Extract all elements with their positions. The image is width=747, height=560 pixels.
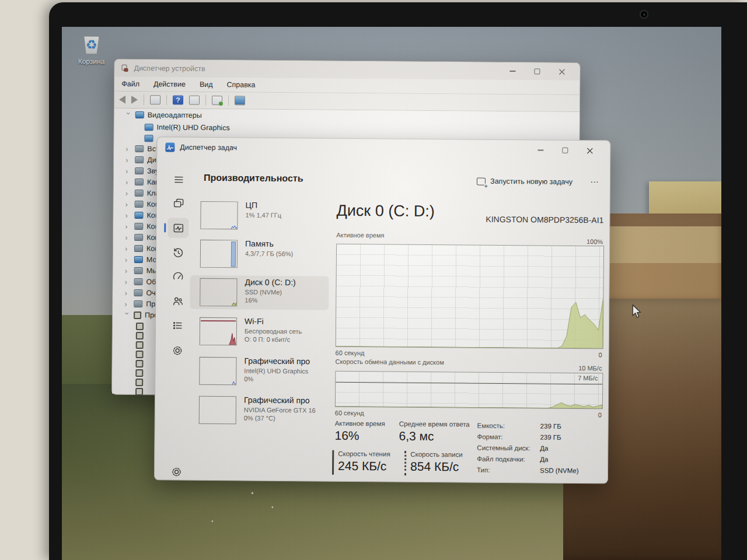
maximize-button[interactable] bbox=[525, 64, 549, 79]
close-button[interactable] bbox=[549, 64, 574, 79]
memory-mini-chart bbox=[200, 240, 238, 268]
webcam bbox=[640, 10, 648, 19]
minimize-button[interactable] bbox=[500, 64, 525, 79]
tree-node[interactable]: ›Оче bbox=[124, 288, 159, 298]
menu-action[interactable]: Действие bbox=[153, 80, 186, 88]
tab-performance[interactable] bbox=[167, 218, 189, 237]
update-driver-icon[interactable] bbox=[235, 96, 245, 105]
tree-node-cpu[interactable] bbox=[135, 386, 143, 397]
processor-icon bbox=[136, 323, 144, 330]
processor-icon bbox=[134, 311, 141, 318]
chevron-right-icon[interactable]: › bbox=[125, 166, 131, 175]
disk-mini-chart bbox=[200, 278, 237, 307]
stat-response-time-label: Среднее время ответа bbox=[399, 421, 470, 428]
chevron-down-icon[interactable]: › bbox=[124, 112, 133, 118]
detail-capacity-value: 239 ГБ bbox=[540, 422, 561, 429]
perf-item-wifi[interactable]: Wi-Fi Беспроводная сеть О: 0 П: 0 кбит/с bbox=[190, 314, 329, 349]
chevron-right-icon[interactable]: › bbox=[125, 188, 131, 197]
hamburger-menu-icon[interactable] bbox=[168, 169, 189, 189]
settings-gear-icon[interactable] bbox=[166, 461, 187, 481]
chevron-right-icon[interactable]: › bbox=[125, 155, 131, 164]
tree-node-video-adapters[interactable]: › Видеоадаптеры bbox=[126, 110, 202, 121]
chevron-right-icon[interactable]: › bbox=[124, 288, 130, 297]
chevron-right-icon[interactable]: › bbox=[124, 299, 130, 308]
processor-icon bbox=[135, 360, 143, 368]
device-category-icon bbox=[134, 256, 143, 263]
perf-item-gpu0[interactable]: Графический про Intel(R) UHD Graphics 0% bbox=[189, 354, 328, 389]
tab-services[interactable] bbox=[167, 340, 188, 360]
tree-node[interactable]: ›Мы bbox=[125, 265, 158, 276]
tree-node-intel-gpu[interactable]: Intel(R) UHD Graphics bbox=[145, 122, 230, 133]
tree-node-processors[interactable]: ›Про bbox=[124, 310, 158, 320]
page-title: Производительность bbox=[204, 173, 303, 184]
device-category-icon bbox=[134, 245, 143, 252]
write-speed-legend-bar bbox=[404, 451, 406, 475]
tab-users[interactable] bbox=[167, 290, 188, 310]
perf-item-gpu1[interactable]: Графический про NVIDIA GeForce GTX 16 0%… bbox=[189, 393, 328, 428]
gpu1-mini-chart bbox=[199, 396, 236, 425]
chevron-right-icon[interactable]: › bbox=[125, 244, 131, 253]
task-manager-title: Диспетчер задач bbox=[180, 144, 237, 152]
detail-type-value: SSD (NVMe) bbox=[540, 467, 579, 474]
tree-node-gpu2[interactable] bbox=[144, 133, 153, 144]
tree-node[interactable]: ›Дис bbox=[125, 155, 160, 165]
run-new-task-button[interactable]: Запустить новую задачу bbox=[477, 177, 573, 186]
perf-item-disk[interactable]: Диск 0 (C: D:) SSD (NVMe) 16% bbox=[190, 275, 329, 310]
disk-active-time-chart bbox=[336, 244, 604, 349]
tree-node[interactable]: ›Кон bbox=[125, 243, 159, 254]
device-category-icon bbox=[135, 156, 144, 163]
menu-help[interactable]: Справка bbox=[226, 80, 255, 89]
recycle-bin-shortcut[interactable]: ♻ Корзина bbox=[69, 33, 113, 66]
tree-node[interactable]: ›Кам bbox=[125, 177, 160, 187]
tree-node[interactable]: ›Кон bbox=[125, 232, 159, 243]
chevron-right-icon[interactable]: › bbox=[125, 200, 131, 208]
cpu-mini-chart bbox=[200, 201, 238, 230]
chevron-right-icon[interactable]: › bbox=[125, 277, 131, 286]
more-options-button[interactable]: … bbox=[590, 174, 599, 184]
scan-hardware-changes-icon[interactable] bbox=[212, 96, 222, 105]
chevron-right-icon[interactable]: › bbox=[125, 144, 131, 153]
tree-node[interactable]: ›Ком bbox=[125, 199, 160, 209]
forward-arrow-icon[interactable] bbox=[131, 96, 138, 104]
help-icon[interactable]: ? bbox=[173, 95, 183, 104]
tree-node[interactable]: ›Зву bbox=[125, 166, 159, 176]
tree-node[interactable]: ›Ком bbox=[125, 210, 160, 220]
tree-node[interactable]: ›Кла bbox=[125, 188, 160, 198]
processor-icon bbox=[136, 332, 144, 340]
back-arrow-icon[interactable] bbox=[119, 96, 125, 104]
chevron-right-icon[interactable]: › bbox=[125, 255, 131, 264]
chart1-ymax: 100% bbox=[587, 238, 603, 245]
device-category-icon bbox=[134, 289, 142, 296]
tab-processes[interactable] bbox=[167, 193, 189, 213]
menu-file[interactable]: Файл bbox=[121, 80, 139, 88]
chevron-right-icon[interactable]: › bbox=[125, 222, 131, 230]
device-category-icon bbox=[135, 201, 144, 208]
chevron-right-icon[interactable]: › bbox=[125, 233, 131, 242]
stat-write-speed-value: 854 КБ/с bbox=[410, 460, 459, 474]
disk-panel-title: Диск 0 (C: D:) bbox=[336, 202, 434, 220]
stat-active-time-label: Активное время bbox=[335, 420, 385, 428]
show-console-tree-icon[interactable] bbox=[150, 95, 160, 104]
video-adapter-icon bbox=[145, 124, 153, 131]
chart2-x-right: 0 bbox=[598, 411, 602, 418]
chevron-right-icon[interactable]: › bbox=[125, 177, 131, 186]
chevron-right-icon[interactable]: › bbox=[125, 211, 131, 219]
perf-item-memory[interactable]: Память 4,3/7,7 ГБ (56%) bbox=[190, 237, 329, 272]
task-manager-titlebar[interactable]: Диспетчер задач bbox=[157, 137, 610, 160]
perf-item-cpu[interactable]: ЦП 1% 1,47 ГГц bbox=[190, 198, 329, 233]
detail-format-value: 239 ГБ bbox=[540, 433, 561, 440]
tab-startup-apps[interactable] bbox=[167, 266, 189, 286]
tab-details[interactable] bbox=[167, 315, 188, 335]
close-button[interactable] bbox=[577, 143, 602, 158]
tree-node[interactable]: ›Кон bbox=[125, 221, 159, 232]
properties-icon[interactable] bbox=[189, 96, 200, 105]
gpu0-mini-chart bbox=[199, 357, 236, 386]
chevron-right-icon[interactable]: › bbox=[125, 266, 131, 275]
tree-node[interactable]: ›Про bbox=[124, 299, 159, 309]
menu-view[interactable]: Вид bbox=[200, 80, 213, 89]
processor-icon bbox=[135, 369, 143, 377]
chevron-down-icon[interactable]: › bbox=[123, 312, 132, 318]
tab-app-history[interactable] bbox=[167, 242, 189, 262]
maximize-button[interactable] bbox=[553, 143, 577, 158]
minimize-button[interactable] bbox=[528, 142, 553, 158]
